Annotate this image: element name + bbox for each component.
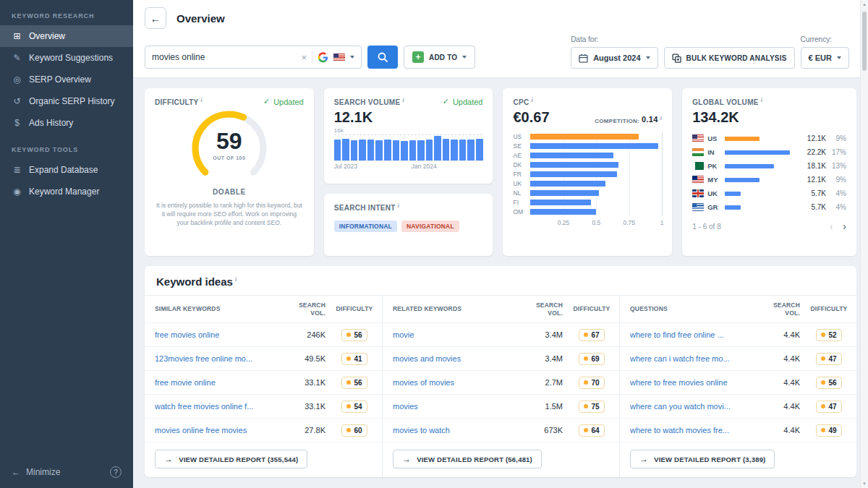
cpc-row-nl: NL [530, 188, 662, 197]
sidebar-item-overview[interactable]: ⊞Overview [0, 25, 133, 47]
search-button[interactable] [367, 46, 398, 69]
info-icon[interactable]: i [660, 115, 663, 121]
axis-tick-label: 1 [660, 219, 664, 226]
search-volume-cell: 4.4K [758, 402, 801, 411]
sidebar-item-expand-database[interactable]: ≣Expand Database [0, 159, 133, 181]
back-button[interactable]: ← [145, 7, 166, 29]
info-icon[interactable]: i [402, 97, 404, 103]
volume-bar [476, 139, 483, 160]
keyword-link[interactable]: where can you watch movi... [630, 402, 758, 411]
difficulty-badge: 41 [341, 353, 367, 365]
global-volume-card: GLOBAL VOLUMEi 134.2K US12.1K9%IN22.2K17… [682, 88, 856, 256]
difficulty-cell: 56 [327, 329, 382, 341]
volume-bar [359, 140, 366, 160]
cpc-country-label: AE [513, 152, 527, 159]
next-page-icon[interactable]: › [843, 221, 846, 231]
country-code: PK [707, 162, 725, 170]
difficulty-value: 64 [591, 427, 599, 435]
help-icon[interactable]: ? [110, 466, 122, 478]
bulk-analysis-label: BULK KEYWORD ANALYSIS [686, 54, 787, 62]
sidebar-item-keyword-suggestions[interactable]: ✎Keyword Suggestions [0, 47, 133, 69]
bulk-keyword-analysis-button[interactable]: BULK KEYWORD ANALYSIS [664, 47, 795, 69]
view-detailed-report-button[interactable]: →VIEW DETAILED REPORT (355,544) [155, 450, 307, 468]
difficulty-badge: 56 [816, 377, 841, 389]
sidebar-section-keyword-tools: KEYWORD TOOLS [0, 134, 133, 159]
x-axis-labels: Jul 2023 Jan 2024 [334, 163, 483, 170]
cpc-country-label: OM [513, 208, 527, 215]
keyword-link[interactable]: movie [393, 330, 521, 339]
volume-bar [426, 140, 433, 160]
search-input[interactable] [152, 52, 296, 62]
cpc-axis: 0.250.50.751 [530, 219, 662, 229]
keyword-link[interactable]: movies of movies [393, 378, 521, 387]
cpc-country-label: FR [513, 171, 527, 178]
difficulty-dot-icon [584, 356, 588, 361]
table-row: watch free movies online f...33.1K54 [145, 395, 382, 419]
sidebar-item-label: Organic SERP History [29, 96, 114, 106]
keyword-link[interactable]: movies [393, 402, 521, 411]
keyword-link[interactable]: where to free movies online [630, 378, 758, 387]
volume-bar [451, 140, 458, 160]
keyword-link[interactable]: free movies online [155, 330, 284, 339]
keyword-link[interactable]: movies to watch [393, 426, 521, 435]
currency-select[interactable]: € EUR [801, 47, 849, 69]
view-detailed-report-button[interactable]: →VIEW DETAILED REPORT (56,481) [393, 450, 542, 468]
minimize-button[interactable]: ← Minimize [12, 467, 60, 477]
sidebar-item-ads-history[interactable]: $Ads History [0, 112, 133, 134]
keyword-link[interactable]: movies and movies [393, 354, 521, 363]
check-icon: ✓ [443, 97, 449, 106]
content-area: DIFFICULTYi ✓Updated 59 OUT OF 100 D [133, 78, 868, 488]
view-detailed-report-button[interactable]: →VIEW DETAILED REPORT (3,389) [630, 450, 775, 468]
search-volume-cell: 3.4M [521, 354, 564, 363]
keyword-table-header: RELATED KEYWORDSSEARCH VOL.DIFFICULTY [383, 296, 619, 323]
keyword-link[interactable]: 123movies free online mo... [155, 354, 284, 363]
keyword-link[interactable]: where can i watch free mo... [630, 354, 758, 363]
global-volume-rows: US12.1K9%IN22.2K17%PK18.1K13%MY12.1K9%UK… [692, 132, 846, 214]
keyword-link[interactable]: where to watch movies fre... [630, 426, 758, 435]
search-intent-card-title: SEARCH INTENTi [334, 202, 400, 212]
sidebar-item-keyword-manager[interactable]: ◉Keyword Manager [0, 181, 133, 202]
cpc-row-us: US [530, 132, 662, 141]
difficulty-badge: 60 [341, 424, 367, 437]
search-volume-card: SEARCH VOLUMEi ✓Updated 12.1K 16k Jul 20… [324, 88, 493, 184]
add-to-button[interactable]: + ADD TO [404, 46, 475, 69]
keyword-link[interactable]: watch free movies online f... [155, 402, 284, 411]
info-icon[interactable]: i [398, 202, 400, 209]
scrollbar-thumb[interactable] [862, 12, 867, 71]
sidebar-item-organic-serp-history[interactable]: ↺Organic SERP History [0, 90, 133, 112]
info-icon[interactable]: i [235, 276, 237, 283]
keyword-link[interactable]: where to find free online ... [630, 330, 758, 339]
keyword-link[interactable]: free movie online [155, 378, 284, 387]
info-icon[interactable]: i [201, 97, 203, 103]
scroll-down-icon[interactable]: ▼ [861, 481, 868, 486]
overview-cards-row: DIFFICULTYi ✓Updated 59 OUT OF 100 D [145, 88, 856, 256]
difficulty-badge: 75 [579, 401, 604, 413]
date-select[interactable]: August 2024 [571, 47, 658, 69]
database-icon: ≣ [12, 165, 22, 175]
cpc-bar [530, 209, 596, 215]
column-header: RELATED KEYWORDS [393, 305, 521, 313]
difficulty-dot-icon [346, 428, 351, 432]
column-header: DIFFICULTY [327, 305, 382, 313]
sidebar-item-serp-overview[interactable]: ◎SERP Overview [0, 69, 133, 90]
scrollbar[interactable]: ▲ ▼ [860, 0, 868, 488]
cpc-country-label: SE [513, 142, 527, 150]
difficulty-badge: 49 [816, 424, 841, 437]
info-icon[interactable]: i [532, 97, 534, 103]
arrow-right-icon: → [164, 455, 173, 463]
gridline [662, 132, 663, 216]
volume-bar [334, 140, 341, 161]
info-icon[interactable]: i [761, 97, 763, 103]
prev-page-icon[interactable]: ‹ [830, 221, 833, 231]
table-row: where can you watch movi...4.4K47 [620, 395, 856, 419]
scroll-up-icon[interactable]: ▲ [861, 2, 868, 7]
add-to-label: ADD TO [429, 53, 457, 61]
difficulty-value: 47 [828, 355, 836, 363]
column-header: QUESTIONS [630, 305, 758, 313]
chevron-down-icon[interactable] [350, 56, 354, 59]
difficulty-dot-icon [346, 333, 351, 337]
keyword-link[interactable]: movies online free movies [155, 426, 284, 435]
table-row: where to free movies online4.4K56 [620, 371, 856, 395]
clear-icon[interactable]: × [301, 53, 307, 62]
cpc-card-title: CPCi [513, 97, 533, 106]
